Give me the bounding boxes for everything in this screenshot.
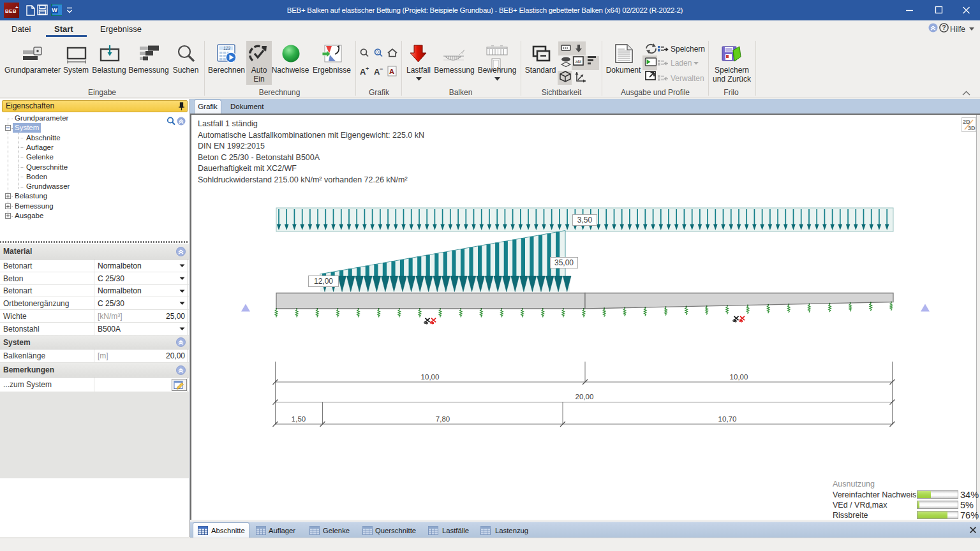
- svg-text:7,80: 7,80: [436, 415, 450, 423]
- svg-text:123: 123: [223, 46, 230, 50]
- svg-text:?: ?: [942, 24, 946, 31]
- svg-text:+: +: [366, 66, 369, 72]
- svg-text:abl: abl: [575, 59, 582, 64]
- svg-text:10,00: 10,00: [730, 373, 748, 381]
- svg-text:20,00: 20,00: [575, 393, 594, 400]
- svg-text:10,00: 10,00: [421, 373, 440, 381]
- svg-text:10,70: 10,70: [718, 415, 737, 423]
- svg-text:1,50: 1,50: [292, 415, 306, 423]
